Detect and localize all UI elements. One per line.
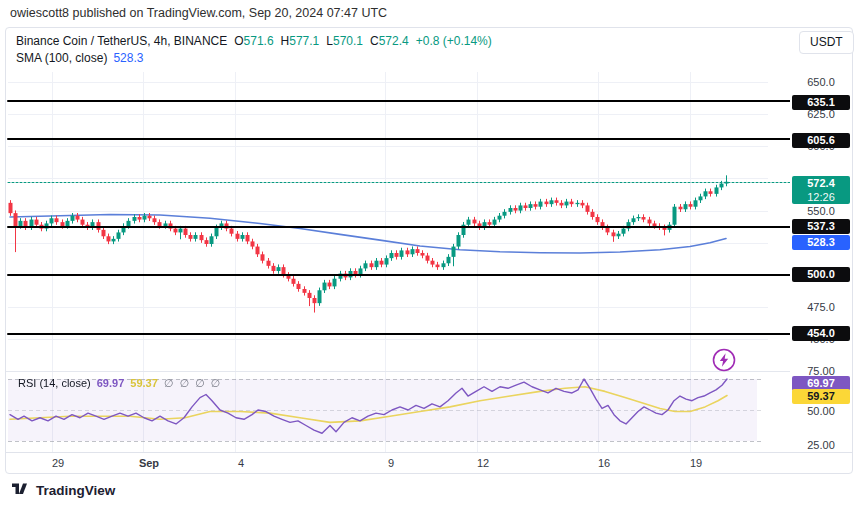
price-axis-badge: 59.37 [792,389,850,404]
price-axis-badge: 635.1 [792,95,850,110]
empty-set-icon: ∅ [211,377,221,389]
last-price-badge-value: 572.4 [792,176,850,191]
ohlc-value: 572.4 [379,34,409,48]
ohlc-value: 577.1 [289,34,319,48]
empty-set-icon: ∅ [195,377,205,389]
ohlc-key: H [281,34,290,48]
price-axis-label: 475.0 [793,300,849,314]
price-axis-badge: 528.3 [792,235,850,250]
time-axis-label: 12 [461,457,505,469]
price-axis-badge: 500.0 [792,267,850,282]
price-axis-badge: 537.3 [792,219,850,234]
tradingview-logo-text: TradingView [36,483,115,498]
time-axis-label: 16 [582,457,626,469]
price-axis[interactable]: 650.0625.0600.0550.0475.0450.075.0050.00… [790,60,856,452]
price-axis-badge: 605.6 [792,133,850,148]
price-axis-badge: 454.0 [792,326,850,341]
rsi-empty-values: ∅∅∅∅ [158,377,220,389]
rsi-value: 69.97 [97,377,125,389]
time-axis-label: Sep [127,457,171,469]
time-axis-label: 9 [369,457,413,469]
price-axis-label: 650.0 [793,75,849,89]
empty-set-icon: ∅ [164,377,174,389]
ohlc-key: C [370,34,379,48]
change-value: +0.8 (+0.14%) [416,34,492,48]
price-chart-canvas[interactable] [6,60,790,452]
ohlc-value: 571.6 [244,34,274,48]
time-axis-label: 4 [219,457,263,469]
time-axis-label: 29 [36,457,80,469]
ohlc-values: O571.6H577.1L570.1C572.4 [227,34,409,48]
price-axis-label: 50.00 [793,404,849,418]
ohlc-key: O [234,34,243,48]
rsi-indicator-row: RSI (14, close)69.9759.37∅∅∅∅ [18,377,220,390]
price-axis-label: 550.0 [793,204,849,218]
empty-set-icon: ∅ [179,377,189,389]
chart-page: owiescott8 published on TradingView.com,… [0,0,860,511]
rsi-indicator-label[interactable]: RSI (14, close) [18,377,91,389]
flash-marker-button[interactable] [711,347,737,373]
published-meta-line: owiescott8 published on TradingView.com,… [10,6,387,20]
price-axis-label: 25.00 [793,438,849,452]
tradingview-logo-icon [12,483,30,498]
price-axis-badge: 572.412:26 [792,176,850,204]
currency-toggle-button[interactable]: USDT [799,31,854,54]
chart-header-line: Binance Coin / TetherUS, 4h, BINANCEO571… [16,34,492,48]
time-axis[interactable]: 29Sep49121619 [6,452,853,473]
symbol-title[interactable]: Binance Coin / TetherUS, 4h, BINANCE [16,34,227,48]
bar-countdown: 12:26 [792,191,850,204]
ohlc-value: 570.1 [333,34,363,48]
time-axis-label: 19 [674,457,718,469]
tradingview-attribution[interactable]: TradingView [12,483,115,498]
rsi-ma-value: 59.37 [130,377,158,389]
ohlc-key: L [326,34,333,48]
